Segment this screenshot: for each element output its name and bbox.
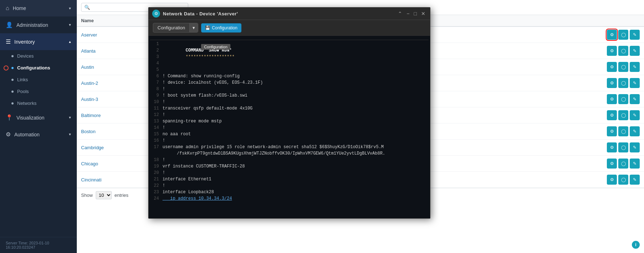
minimize-button[interactable]: − [405,11,410,16]
gear-action-button[interactable]: ⚙ [607,46,617,56]
sidebar-item-pools[interactable]: Pools [0,86,77,97]
edit-action-button[interactable]: ✎ [630,126,640,136]
sidebar-item-automation[interactable]: ⚙ Automation ▾ [0,126,77,143]
line-number: 8 [150,87,163,93]
line-content: ******************* [163,54,429,61]
config-tab-icon: 💾 [205,25,210,30]
gear-action-button[interactable]: ⚙ [607,126,617,136]
chevron-icon: ▾ [69,115,71,120]
line-number: 16 [150,138,163,145]
terminal-line: 8! [150,87,429,93]
terminal-line: 17username admin privilege 15 role netwo… [150,145,429,151]
terminal-line: 3 ******************* [150,54,429,61]
info-action-button[interactable]: ◯ [618,30,628,40]
line-number: 7 [150,80,163,87]
modal-terminal[interactable]: 12 COMMAND 'SHOW RUN'3 *****************… [149,36,430,218]
sidebar-label-visualization: Visualization [16,115,44,121]
sidebar-item-home[interactable]: ⌂ Home ▾ [0,0,77,16]
edit-action-button[interactable]: ✎ [630,159,640,169]
gear-action-button[interactable]: ⚙ [607,30,617,40]
sidebar-label-administration: Administration [16,22,48,28]
gear-action-button[interactable]: ⚙ [607,175,617,185]
sidebar-label-inventory: Inventory [14,39,35,45]
sidebar-item-networks[interactable]: Networks [0,97,77,109]
config-dropdown[interactable]: Configuration ▾ [153,23,198,33]
gear-action-button[interactable]: ⚙ [607,94,617,104]
info-action-button[interactable]: ◯ [618,78,628,88]
edit-action-button[interactable]: ✎ [630,142,640,152]
action-cell: ⚙◯✎ [601,156,644,172]
line-content [163,67,429,74]
line-number: 6 [150,74,163,80]
edit-action-button[interactable]: ✎ [630,175,640,185]
line-content: ! [163,170,429,177]
restore-button[interactable]: ⌃ [397,11,403,16]
terminal-line: 10! [150,99,429,106]
sidebar-item-devices[interactable]: Devices [0,50,77,62]
search-icon: 🔍 [84,5,90,10]
edit-action-button[interactable]: ✎ [630,94,640,104]
edit-action-button[interactable]: ✎ [630,110,640,120]
info-action-button[interactable]: ◯ [618,110,628,120]
action-cell: ⚙◯✎ [601,107,644,123]
gear-action-button[interactable]: ⚙ [607,78,617,88]
terminal-line: 6! Command: show running-config [150,74,429,80]
maximize-button[interactable]: □ [413,11,418,16]
line-content: username admin privilege 15 role network… [163,145,429,151]
edit-action-button[interactable]: ✎ [630,30,640,40]
modal-toolbar: Configuration ▾ 💾 Configuration Configur… [149,20,430,36]
action-buttons: ⚙◯✎ [605,46,640,56]
configuration-tab-button[interactable]: 💾 Configuration [201,23,241,33]
terminal-line: 20! [150,170,429,177]
terminal-line: 11transceiver qsfp default-mode 4x10G [150,106,429,112]
action-cell: ⚙◯✎ [601,123,644,140]
gear-action-button[interactable]: ⚙ [607,62,617,72]
action-cell: ⚙◯✎ [601,91,644,107]
sidebar-item-administration[interactable]: 👤 Administration ▾ [0,16,77,33]
gear-action-button[interactable]: ⚙ [607,110,617,120]
info-action-button[interactable]: ◯ [618,159,628,169]
main-content: 🔍 Name Aserver⚙◯✎Atlanta⚙◯✎Austin⚙◯✎Aust… [77,0,644,253]
edit-action-button[interactable]: ✎ [630,78,640,88]
sidebar-label-automation: Automation [14,132,40,137]
info-action-button[interactable]: ◯ [618,126,628,136]
config-tab-label: Configuration [212,25,237,30]
info-action-button[interactable]: ◯ [618,46,628,56]
col-actions [601,15,644,26]
terminal-line: /fskKvrpPT9gntdwDlBSA9KUgsXhmjWTJZNobffv… [150,151,429,157]
dot-icon [11,67,14,69]
info-action-button[interactable]: ◯ [618,62,628,72]
modal-window[interactable]: ⚙ Network Data - Device 'Aserver' ⌃ − □ … [148,7,430,219]
terminal-line: 19vrf instance CUSTOMER-TRAFFIC-28 [150,164,429,170]
dot-icon [11,79,14,81]
line-content: ! boot system flash:/vEOS-lab.swi [163,93,429,99]
gear-action-button[interactable]: ⚙ [607,159,617,169]
line-content: ! device: localhost (vEOS, EOS-4.23.1F) [163,80,429,87]
edit-action-button[interactable]: ✎ [630,46,640,56]
edit-action-button[interactable]: ✎ [630,62,640,72]
line-number: 15 [150,132,163,138]
sidebar-item-inventory[interactable]: ☰ Inventory ▴ [0,33,77,50]
dot-icon [11,91,14,93]
sidebar-item-visualization[interactable]: 📍 Visualization ▾ [0,109,77,126]
terminal-line: 16! [150,138,429,145]
info-action-button[interactable]: ◯ [618,142,628,152]
server-time-footer: Server Time: 2023-01-10 16:10:20.023247 [0,237,77,253]
sidebar-item-links[interactable]: Links [0,74,77,86]
line-content: ! [163,99,429,106]
gear-action-button[interactable]: ⚙ [607,142,617,152]
line-number: 4 [150,61,163,67]
terminal-line: 1 [150,42,429,48]
terminal-line: 7! device: localhost (vEOS, EOS-4.23.1F) [150,80,429,87]
info-action-button[interactable]: ◯ [618,175,628,185]
chevron-icon: ▴ [69,39,71,44]
info-action-button[interactable]: ◯ [618,94,628,104]
close-button[interactable]: ✕ [420,11,426,16]
terminal-line: 24 ip address 10.34.34.3/24 [150,196,429,203]
automation-icon: ⚙ [6,131,11,138]
config-tooltip: Configuration [201,44,230,50]
line-content: ! [163,138,429,145]
sidebar-item-configurations[interactable]: Configurations [0,62,77,74]
entries-select[interactable]: 10 25 50 [96,191,112,199]
line-number: 23 [150,190,163,196]
